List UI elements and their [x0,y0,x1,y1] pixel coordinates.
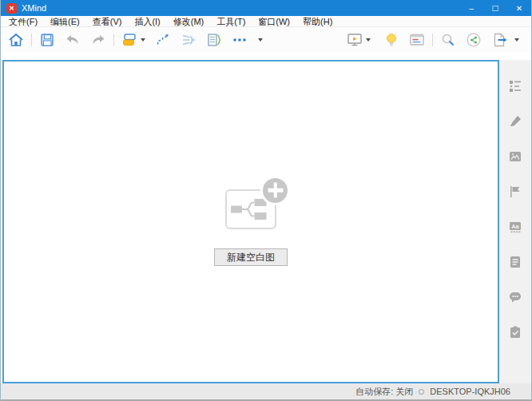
menu-insert[interactable]: 插入(I) [128,16,166,27]
idea-button[interactable] [381,30,402,50]
sidebar-item-text-style[interactable]: Aa [503,215,527,239]
document-icon [508,255,522,269]
redo-icon [89,31,107,49]
save-button[interactable] [37,30,58,50]
export-dropdown-caret[interactable] [514,38,519,42]
window-title: XMind [22,3,46,13]
outline-button[interactable] [204,30,224,50]
comment-icon [508,290,522,304]
maximize-button[interactable]: □ [483,0,507,16]
format-brush-icon [508,114,522,129]
flag-icon [508,185,522,199]
image-icon [508,149,522,164]
undo-icon [64,31,81,49]
sidebar-item-notes[interactable] [503,250,527,274]
title-bar: ✕ XMind – □ ✕ [1,0,531,16]
topic-icon [121,31,138,49]
more-dots-icon [231,31,248,49]
share-icon [465,31,482,49]
hostname-label: DESKTOP-IQKJH06 [430,387,510,396]
summary-button[interactable] [178,30,199,50]
menu-modify[interactable]: 修改(M) [167,16,211,27]
sync-status-icon [419,389,424,395]
menu-tools[interactable]: 工具(T) [210,16,252,27]
task-clipboard-icon [508,325,522,339]
new-blank-map-button[interactable]: 新建空白图 [214,248,288,266]
menu-window[interactable]: 窗口(W) [252,16,296,27]
sidebar-item-comments[interactable] [503,285,527,309]
menu-bar: 文件(F) 编辑(E) 查看(V) 插入(I) 修改(M) 工具(T) 窗口(W… [1,16,531,27]
more-tools-dropdown-caret[interactable] [258,38,263,42]
close-button[interactable]: ✕ [507,0,531,16]
export-icon [490,31,508,49]
add-map-plus-icon[interactable] [260,176,290,205]
presentation-button[interactable] [344,30,365,50]
new-map-thumbnail[interactable] [225,189,276,229]
export-button[interactable] [489,30,510,50]
notes-icon [408,31,426,49]
topic-dropdown-caret[interactable] [141,38,145,42]
presentation-dropdown-caret[interactable] [366,38,371,42]
save-icon [38,31,56,49]
sidebar-item-task[interactable] [503,320,527,344]
status-bar: 自动保存: 关闭 DESKTOP-IQKJH06 [1,383,531,401]
redo-button[interactable] [88,30,109,50]
undo-button[interactable] [62,30,83,50]
topic-button[interactable] [119,30,140,50]
window-controls: – □ ✕ [459,0,531,16]
text-style-icon: Aa [508,220,522,234]
relationship-button[interactable] [153,30,173,50]
presentation-icon [346,31,363,49]
autosave-status: 自动保存: 关闭 [355,386,413,398]
relationship-icon [154,31,172,49]
toolbar [1,27,531,53]
sidebar-item-image[interactable] [503,145,527,169]
minimize-button[interactable]: – [459,0,483,16]
search-icon [439,31,457,49]
canvas: 新建空白图 [2,60,499,383]
xmind-window: { "window": { "title": "XMind", "logo_gl… [0,0,532,401]
main-area: 新建空白图 [1,53,531,383]
svg-text:Aa: Aa [511,223,519,230]
notes-button[interactable] [407,30,427,50]
right-sidebar: Aa [499,60,531,383]
toolbar-right-group [344,30,522,50]
menu-file[interactable]: 文件(F) [2,16,44,27]
toolbar-separator [31,34,32,46]
home-icon [7,31,25,49]
search-button[interactable] [438,30,459,50]
xmind-logo-icon: ✕ [6,3,17,14]
menu-edit[interactable]: 编辑(E) [44,16,86,27]
menu-view[interactable]: 查看(V) [86,16,129,27]
sidebar-item-format[interactable] [503,109,527,133]
more-tools-button[interactable] [229,30,250,50]
summary-icon [180,31,197,49]
structure-icon [508,79,522,93]
menu-help[interactable]: 帮助(H) [296,16,339,27]
share-button[interactable] [463,30,484,50]
new-map-placeholder: 新建空白图 [214,178,288,266]
home-button[interactable] [6,30,26,50]
sidebar-item-structure[interactable] [503,74,527,98]
sidebar-item-marker[interactable] [503,180,527,204]
toolbar-separator [113,34,114,46]
outline-icon [205,31,223,49]
lightbulb-icon [383,31,400,49]
toolbar-separator [432,34,433,46]
